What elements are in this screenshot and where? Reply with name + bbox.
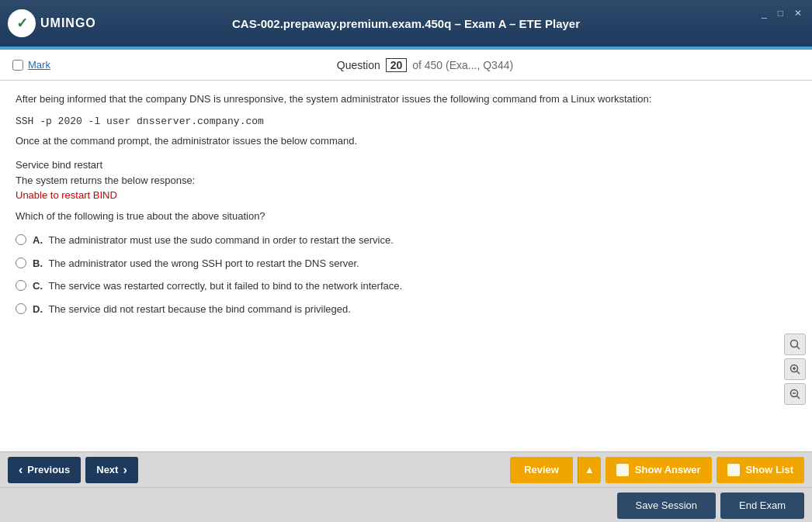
option-a-label: A. The administrator must use the sudo c… xyxy=(33,233,394,248)
mark-checkbox[interactable] xyxy=(12,60,23,71)
review-dropdown-icon: ▲ xyxy=(585,464,595,475)
options-area: A. The administrator must use the sudo c… xyxy=(16,233,796,316)
show-list-button[interactable]: Show List xyxy=(717,457,804,483)
option-a-radio[interactable] xyxy=(16,234,26,245)
option-c-row: C. The service was restarted correctly, … xyxy=(16,278,796,294)
search-icon[interactable] xyxy=(784,334,806,355)
save-session-label: Save Session xyxy=(636,500,698,511)
question-meta: of 450 (Exa..., Q344) xyxy=(412,59,513,71)
option-d-text: The service did not restart because the … xyxy=(48,303,350,315)
option-b-row: B. The administrator used the wrong SSH … xyxy=(16,256,796,271)
next-button[interactable]: Next › xyxy=(85,457,138,483)
svg-line-7 xyxy=(797,396,800,399)
mark-label[interactable]: Mark xyxy=(28,59,50,71)
logo-checkmark: ✓ xyxy=(16,15,28,32)
end-exam-label: End Exam xyxy=(739,500,786,511)
option-a-row: A. The administrator must use the sudo c… xyxy=(16,233,796,248)
followup-text: Once at the command prompt, the administ… xyxy=(16,133,796,150)
question-number: 20 xyxy=(386,58,408,72)
next-label: Next xyxy=(96,464,118,475)
question-info: Question 20 of 450 (Exa..., Q344) xyxy=(337,58,513,72)
review-dropdown-button[interactable]: ▲ xyxy=(578,457,601,483)
show-answer-icon xyxy=(616,464,629,476)
question-label: Question xyxy=(337,59,380,71)
minimize-button[interactable]: _ xyxy=(758,6,771,20)
session-bar: Save Session End Exam xyxy=(0,487,812,522)
option-d-row: D. The service did not restart because t… xyxy=(16,302,796,317)
review-label: Review xyxy=(524,464,559,475)
option-d-letter: D. xyxy=(33,303,43,315)
review-button[interactable]: Review xyxy=(510,457,573,483)
question-stem: Which of the following is true about the… xyxy=(16,210,796,222)
option-b-label: B. The administrator used the wrong SSH … xyxy=(33,256,359,271)
next-arrow-icon: › xyxy=(123,463,127,477)
previous-arrow-icon: ‹ xyxy=(19,463,23,477)
option-a-text: The administrator must use the sudo comm… xyxy=(48,234,393,246)
save-session-button[interactable]: Save Session xyxy=(617,493,717,519)
option-c-letter: C. xyxy=(33,280,43,292)
show-list-icon xyxy=(727,464,740,476)
option-d-label: D. The service did not restart because t… xyxy=(33,302,351,317)
service-command: Service bind restart xyxy=(16,157,796,174)
window-controls: _ □ ✕ xyxy=(758,6,806,20)
option-a-letter: A. xyxy=(33,234,43,246)
svg-line-3 xyxy=(797,372,800,375)
option-c-label: C. The service was restarted correctly, … xyxy=(33,278,402,294)
option-d-radio[interactable] xyxy=(16,303,26,314)
app-title: CAS-002.prepaway.premium.exam.450q – Exa… xyxy=(232,17,580,30)
logo-area: ✓ UMINGO xyxy=(8,9,96,37)
error-response: Unable to restart BIND xyxy=(16,189,796,201)
option-b-radio[interactable] xyxy=(16,258,26,268)
response-line: The system returns the below response: xyxy=(16,173,796,189)
title-bar: ✓ UMINGO CAS-002.prepaway.premium.exam.4… xyxy=(0,0,812,47)
previous-button[interactable]: ‹ Previous xyxy=(8,457,81,483)
option-b-letter: B. xyxy=(33,258,43,269)
question-intro: After being informed that the company DN… xyxy=(16,92,796,108)
close-button[interactable]: ✕ xyxy=(790,6,806,20)
question-header: Mark Question 20 of 450 (Exa..., Q344) xyxy=(0,50,812,81)
ssh-command: SSH -p 2020 -l user dnsserver.company.co… xyxy=(16,116,796,127)
option-c-text: The service was restarted correctly, but… xyxy=(48,280,402,292)
logo-text: UMINGO xyxy=(40,16,96,30)
logo-circle: ✓ xyxy=(8,9,36,37)
option-b-text: The administrator used the wrong SSH por… xyxy=(48,258,359,269)
zoom-out-icon[interactable] xyxy=(784,383,806,405)
previous-label: Previous xyxy=(27,464,70,475)
navigation-bar: ‹ Previous Next › Review ▲ Show Answer S… xyxy=(0,451,812,487)
end-exam-button[interactable]: End Exam xyxy=(720,493,804,519)
tool-panel xyxy=(784,334,806,405)
maximize-button[interactable]: □ xyxy=(774,6,787,20)
zoom-in-icon[interactable] xyxy=(784,358,806,380)
content-area: After being informed that the company DN… xyxy=(0,81,812,451)
show-list-label: Show List xyxy=(746,464,793,475)
show-answer-button[interactable]: Show Answer xyxy=(606,457,712,483)
svg-line-1 xyxy=(797,347,800,350)
mark-area: Mark xyxy=(12,59,50,71)
svg-point-0 xyxy=(791,341,798,347)
option-c-radio[interactable] xyxy=(16,280,26,291)
show-answer-label: Show Answer xyxy=(635,464,701,475)
